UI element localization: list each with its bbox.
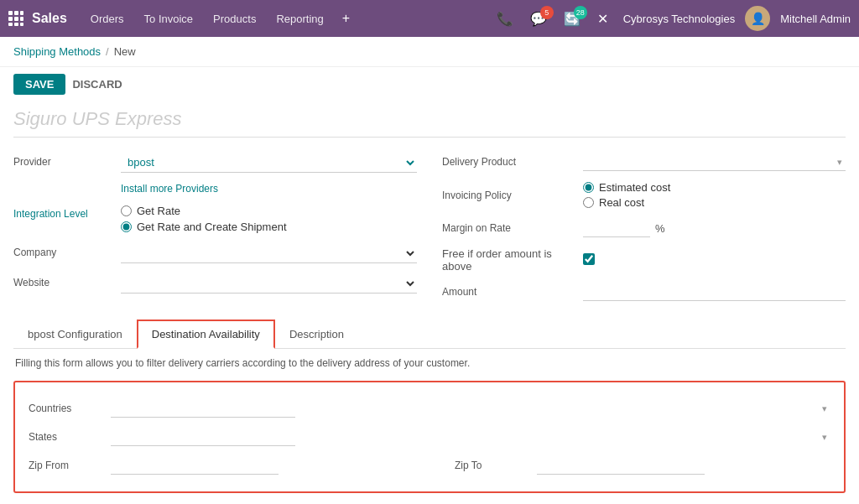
tab-destination-availability[interactable]: Destination Availability (137, 320, 275, 349)
get-rate-create-option[interactable]: Get Rate and Create Shipment (121, 221, 417, 233)
get-rate-radio[interactable] (121, 205, 132, 216)
grid-icon[interactable] (8, 11, 23, 26)
discard-button[interactable]: DISCARD (72, 78, 122, 91)
get-rate-create-label: Get Rate and Create Shipment (137, 221, 287, 233)
margin-value-area: 0.00 % (583, 219, 846, 237)
invoicing-options: Estimated cost Real cost (583, 181, 846, 209)
delivery-product-row: Delivery Product (442, 148, 846, 176)
percent-label: % (655, 222, 665, 235)
zip-to-label: Zip To (455, 460, 530, 471)
margin-input[interactable]: 0.00 (583, 219, 650, 237)
svg-rect-5 (20, 17, 23, 21)
destination-description: Filling this form allows you to filter d… (13, 357, 846, 369)
estimated-cost-label: Estimated cost (599, 181, 670, 194)
tabs-bar: bpost Configuration Destination Availabi… (13, 320, 846, 349)
form-title: Siguro UPS Express (13, 108, 182, 129)
tab-content-destination: Filling this form allows you to filter d… (13, 357, 846, 493)
install-providers-link[interactable]: Install more Providers (121, 183, 218, 195)
provider-select[interactable]: bpost (121, 153, 417, 173)
nav-icon-group: 📞 💬 5 🔄 28 ✕ Cybrosys Technologies 👤 Mit… (492, 6, 851, 31)
get-rate-option[interactable]: Get Rate (121, 205, 417, 217)
nav-to-invoice[interactable]: To Invoice (136, 8, 202, 30)
zip-from-item: Zip From (29, 456, 404, 475)
svg-rect-0 (8, 11, 13, 15)
user-avatar[interactable]: 👤 (745, 6, 770, 31)
messages-icon[interactable]: 💬 5 (525, 8, 552, 30)
form-right: Delivery Product Invoicing Policy (442, 148, 846, 306)
free-order-value (583, 253, 846, 268)
breadcrumb: Shipping Methods / New (13, 45, 136, 58)
zip-to-input[interactable] (537, 456, 705, 475)
company-select[interactable] (121, 243, 417, 263)
amount-label: Amount (442, 286, 576, 298)
invoicing-label: Invoicing Policy (442, 190, 576, 201)
messages-badge: 5 (540, 6, 554, 19)
svg-rect-8 (20, 23, 23, 26)
svg-rect-1 (14, 11, 18, 15)
provider-label: Provider (13, 153, 114, 168)
form-wrapper: Siguro UPS Express Provider bpost (0, 101, 859, 501)
install-row: Install more Providers (13, 178, 417, 200)
form-title-bar: Siguro UPS Express (13, 101, 846, 138)
user-name: Mitchell Admin (780, 13, 851, 25)
breadcrumb-parent[interactable]: Shipping Methods (13, 45, 101, 58)
website-row: Website (13, 268, 417, 299)
action-bar: SAVE DISCARD (0, 67, 859, 101)
estimated-cost-radio[interactable] (583, 182, 594, 193)
get-rate-create-radio[interactable] (121, 221, 132, 232)
real-cost-option[interactable]: Real cost (583, 196, 846, 209)
states-value (111, 428, 830, 446)
countries-row: Countries (29, 394, 830, 423)
free-order-checkbox[interactable] (583, 253, 595, 265)
breadcrumb-bar: Shipping Methods / New (0, 37, 859, 67)
phone-icon[interactable]: 📞 (492, 8, 518, 30)
svg-rect-7 (14, 23, 18, 26)
svg-rect-2 (20, 11, 23, 15)
countries-select[interactable] (111, 399, 295, 418)
free-order-label: Free if order amount is above (442, 247, 576, 273)
countries-label: Countries (29, 403, 104, 414)
zip-from-input[interactable] (111, 456, 279, 475)
delivery-product-value (583, 153, 846, 171)
countries-value (111, 399, 830, 418)
free-order-row: Free if order amount is above (442, 242, 846, 278)
save-button[interactable]: SAVE (13, 74, 65, 95)
website-value (121, 273, 417, 294)
svg-rect-3 (8, 17, 13, 21)
real-cost-label: Real cost (599, 196, 644, 209)
amount-value: 0.00 (583, 283, 846, 301)
amount-input[interactable]: 0.00 (583, 283, 846, 301)
margin-row: Margin on Rate 0.00 % (442, 214, 846, 242)
company-label: Company (13, 243, 114, 258)
breadcrumb-separator: / (106, 45, 109, 58)
updates-icon[interactable]: 🔄 28 (559, 8, 586, 30)
company-value (121, 243, 417, 263)
integration-options: Get Rate Get Rate and Create Shipment (121, 205, 417, 233)
get-rate-label: Get Rate (137, 205, 180, 217)
delivery-product-select[interactable] (583, 153, 846, 171)
states-label: States (29, 431, 104, 443)
svg-rect-6 (8, 23, 13, 26)
brand-label[interactable]: Sales (32, 11, 67, 26)
estimated-cost-option[interactable]: Estimated cost (583, 181, 846, 194)
top-nav: Sales Orders To Invoice Products Reporti… (0, 0, 859, 37)
website-select[interactable] (121, 273, 417, 294)
zip-row: Zip From Zip To (29, 451, 830, 480)
website-label: Website (13, 273, 114, 288)
nav-orders[interactable]: Orders (82, 8, 133, 30)
updates-badge: 28 (574, 6, 587, 19)
nav-add-button[interactable]: + (336, 6, 357, 31)
integration-label: Integration Level (13, 205, 114, 220)
tab-description[interactable]: Description (275, 320, 358, 348)
tab-bpost-config[interactable]: bpost Configuration (13, 320, 137, 348)
zip-from-label: Zip From (29, 460, 104, 471)
nav-products[interactable]: Products (205, 8, 264, 30)
breadcrumb-current: New (114, 45, 136, 58)
zip-to-item: Zip To (455, 456, 830, 475)
destination-box: Countries States (13, 381, 846, 493)
nav-reporting[interactable]: Reporting (268, 8, 331, 30)
invoicing-row: Invoicing Policy Estimated cost Real cos… (442, 176, 846, 214)
close-icon[interactable]: ✕ (592, 8, 613, 30)
states-select[interactable] (111, 428, 295, 446)
real-cost-radio[interactable] (583, 197, 594, 208)
